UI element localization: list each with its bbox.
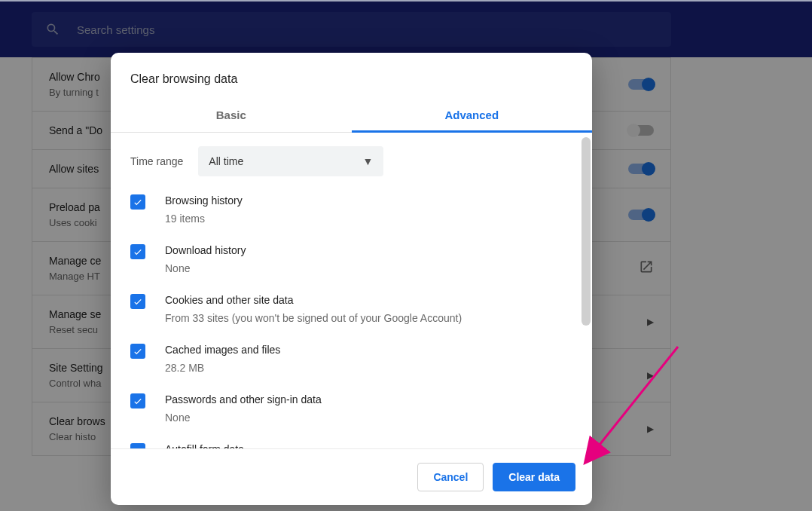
chevron-down-icon: ▼ — [362, 155, 373, 167]
clear-data-item-subtitle: From 33 sites (you won't be signed out o… — [165, 311, 462, 326]
clear-data-item-subtitle: None — [165, 410, 322, 425]
dialog-tabs: Basic Advanced — [111, 99, 592, 133]
clear-data-item: Passwords and other sign-in dataNone — [130, 392, 572, 425]
checkbox[interactable] — [130, 194, 145, 210]
clear-data-item: Cached images and files28.2 MB — [130, 342, 572, 375]
clear-data-item-title: Cached images and files — [165, 342, 280, 357]
tab-advanced[interactable]: Advanced — [352, 99, 593, 132]
dialog-button-bar: Cancel Clear data — [111, 448, 592, 505]
dialog-scroll-area: Time range All time ▼ Browsing history19… — [111, 133, 592, 448]
clear-data-item-title: Browsing history — [165, 193, 243, 208]
dialog-title: Clear browsing data — [111, 53, 592, 99]
clear-data-item: Download historyNone — [130, 243, 572, 276]
clear-data-item-subtitle: None — [165, 261, 246, 276]
scrollbar[interactable] — [582, 137, 591, 326]
clear-data-item-title: Autofill form data — [165, 442, 244, 448]
clear-data-item: Cookies and other site dataFrom 33 sites… — [130, 292, 572, 326]
clear-data-item: Autofill form data — [130, 442, 572, 448]
time-range-select[interactable]: All time ▼ — [198, 146, 383, 176]
clear-data-item-subtitle: 19 items — [165, 211, 243, 226]
time-range-value: All time — [209, 155, 243, 167]
page-top-edge — [0, 0, 812, 2]
time-range-row: Time range All time ▼ — [130, 146, 572, 176]
tab-basic[interactable]: Basic — [111, 99, 352, 132]
clear-data-item-title: Passwords and other sign-in data — [165, 392, 322, 407]
time-range-label: Time range — [130, 155, 183, 167]
checkbox[interactable] — [130, 294, 145, 309]
clear-data-item-title: Cookies and other site data — [165, 292, 462, 308]
clear-browsing-data-dialog: Clear browsing data Basic Advanced Time … — [111, 53, 592, 505]
clear-data-item: Browsing history19 items — [130, 193, 572, 226]
checkbox[interactable] — [130, 244, 145, 259]
checkbox[interactable] — [130, 393, 145, 408]
clear-data-button[interactable]: Clear data — [493, 463, 575, 491]
clear-data-item-title: Download history — [165, 243, 246, 258]
clear-data-item-subtitle: 28.2 MB — [165, 360, 280, 375]
cancel-button[interactable]: Cancel — [417, 463, 484, 491]
checkbox[interactable] — [130, 344, 145, 359]
checkbox[interactable] — [130, 443, 145, 448]
